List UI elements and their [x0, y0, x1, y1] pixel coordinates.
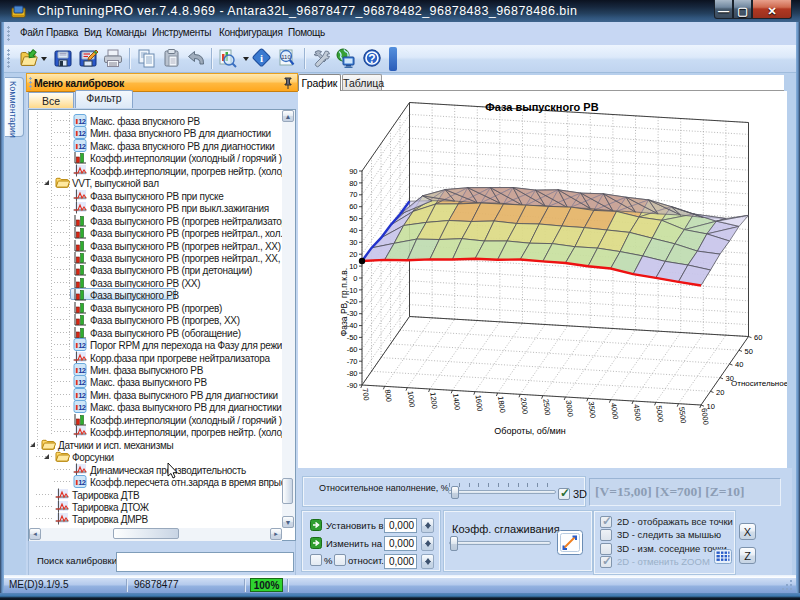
svg-text:10: 10	[707, 402, 715, 411]
svg-text:12: 12	[78, 366, 86, 375]
svg-text:Относительное напол: Относительное напол	[731, 379, 787, 388]
svg-text:-70: -70	[347, 357, 358, 366]
svg-text:20: 20	[716, 388, 724, 397]
svg-text:12: 12	[78, 391, 86, 400]
svg-text:60: 60	[754, 333, 762, 342]
svg-text:-60: -60	[347, 345, 358, 354]
svg-text:40: 40	[349, 226, 357, 235]
svg-text:12: 12	[78, 478, 86, 487]
svg-text:50: 50	[349, 214, 357, 223]
svg-text:-80: -80	[347, 369, 358, 378]
svg-text:12: 12	[78, 341, 86, 350]
svg-text:80: 80	[349, 179, 357, 188]
svg-text:20: 20	[349, 250, 357, 259]
svg-text:12: 12	[78, 129, 86, 138]
svg-text:12: 12	[78, 142, 86, 151]
svg-text:i: i	[260, 52, 263, 64]
svg-text:30: 30	[349, 238, 357, 247]
svg-text:50: 50	[745, 347, 753, 356]
svg-text:800: 800	[383, 389, 393, 403]
svg-text:Фаза РВ, гр.п.к.в.: Фаза РВ, гр.п.к.в.	[339, 268, 349, 336]
svg-text:12: 12	[78, 378, 86, 387]
svg-text:70: 70	[349, 190, 357, 199]
svg-text:-90: -90	[347, 381, 358, 390]
svg-text:12: 12	[78, 117, 86, 126]
svg-text:90: 90	[349, 167, 357, 176]
svg-text:12: 12	[78, 403, 86, 412]
svg-text:Обороты, об/мин: Обороты, об/мин	[494, 426, 565, 436]
svg-text:40: 40	[735, 360, 743, 369]
svg-text:0: 0	[353, 274, 357, 283]
svg-text:700: 700	[361, 388, 371, 402]
svg-text:10: 10	[349, 262, 357, 271]
svg-text:?: ?	[368, 52, 375, 66]
svg-text:60: 60	[349, 202, 357, 211]
svg-text:Фаза выпускного РВ: Фаза выпускного РВ	[485, 101, 598, 113]
svg-text:110: 110	[281, 54, 291, 60]
